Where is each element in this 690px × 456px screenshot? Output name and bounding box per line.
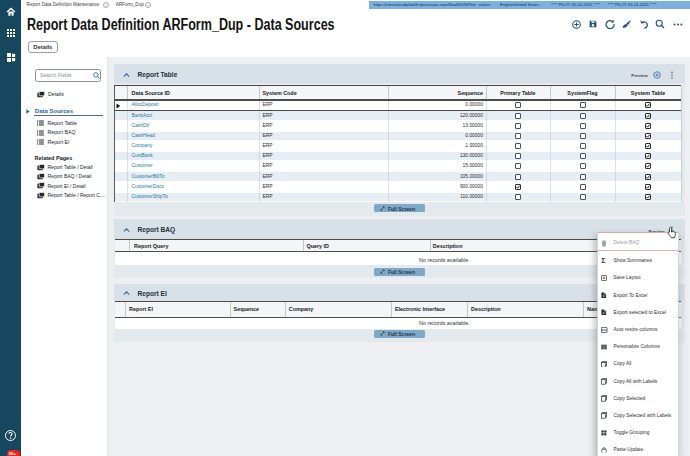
svg-text:x: x [603,311,605,315]
svg-text:x: x [603,294,605,298]
